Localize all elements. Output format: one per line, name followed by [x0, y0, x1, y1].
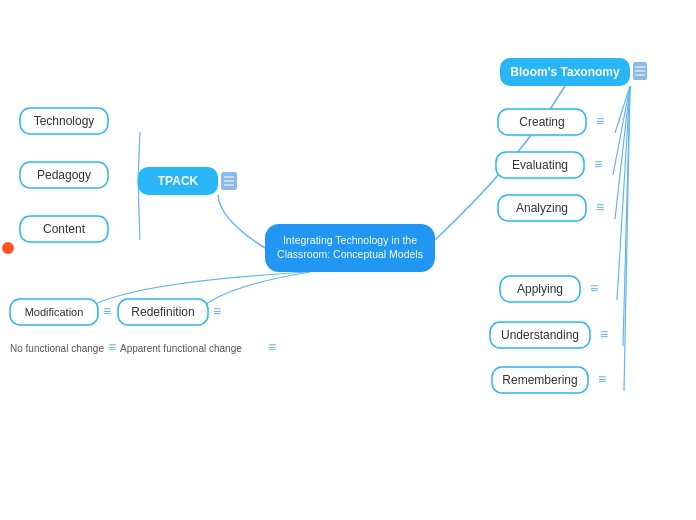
svg-text:≡: ≡	[108, 339, 116, 355]
svg-text:Remembering: Remembering	[502, 373, 577, 387]
svg-text:Analyzing: Analyzing	[516, 201, 568, 215]
svg-text:≡: ≡	[596, 199, 604, 215]
svg-text:≡: ≡	[598, 371, 606, 387]
svg-text:Classroom: Conceptual Models: Classroom: Conceptual Models	[277, 248, 423, 260]
svg-text:Understanding: Understanding	[501, 328, 579, 342]
svg-point-9	[2, 242, 14, 254]
svg-text:Modification: Modification	[25, 306, 84, 318]
mindmap-svg: Integrating Technology in the Classroom:…	[0, 0, 696, 520]
svg-text:TPACK: TPACK	[158, 174, 199, 188]
svg-text:Redefinition: Redefinition	[131, 305, 194, 319]
svg-text:≡: ≡	[594, 156, 602, 172]
svg-text:≡: ≡	[103, 303, 111, 319]
svg-text:Bloom's Taxonomy: Bloom's Taxonomy	[510, 65, 620, 79]
svg-text:Content: Content	[43, 222, 86, 236]
svg-text:≡: ≡	[596, 113, 604, 129]
svg-text:≡: ≡	[590, 280, 598, 296]
apparent-functional-change-label: Apparent functional change	[120, 343, 242, 354]
svg-text:Evaluating: Evaluating	[512, 158, 568, 172]
svg-text:Technology: Technology	[34, 114, 95, 128]
svg-text:≡: ≡	[268, 339, 276, 355]
svg-text:Integrating Technology in the: Integrating Technology in the	[283, 234, 417, 246]
svg-text:Applying: Applying	[517, 282, 563, 296]
svg-text:Pedagogy: Pedagogy	[37, 168, 91, 182]
svg-text:Creating: Creating	[519, 115, 564, 129]
no-functional-change-label: No functional change	[10, 343, 104, 354]
svg-text:≡: ≡	[600, 326, 608, 342]
svg-text:≡: ≡	[213, 303, 221, 319]
